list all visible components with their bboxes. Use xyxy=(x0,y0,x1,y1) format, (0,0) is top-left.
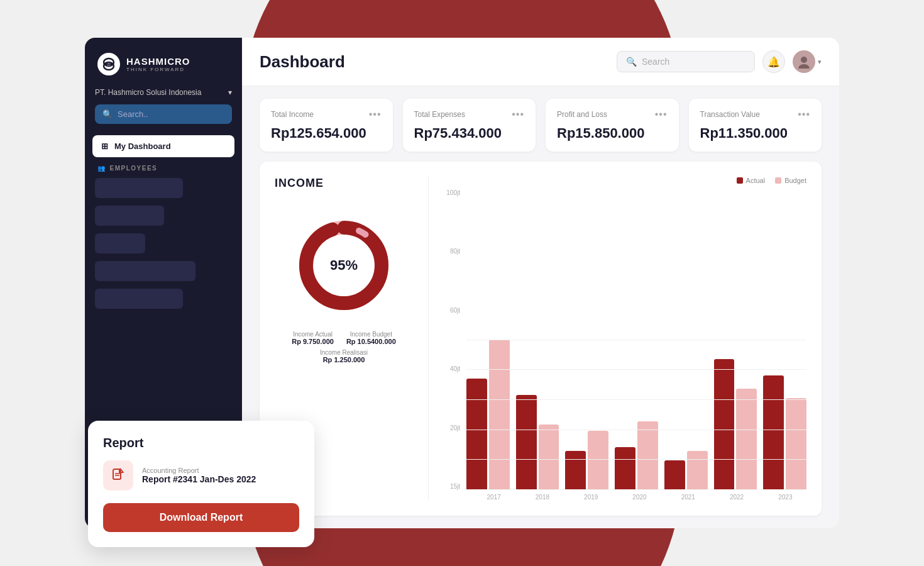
stat-income-value: Rp125.654.000 xyxy=(271,125,382,142)
stat-transaction-label: Transaction Value xyxy=(700,110,760,119)
legend-budget: Budget xyxy=(775,177,806,184)
bar-chart-legend: Actual Budget xyxy=(444,177,806,184)
sidebar-search-input[interactable] xyxy=(118,109,224,119)
bar-group-2021 xyxy=(664,451,708,490)
report-card-title: Report xyxy=(103,436,299,450)
bar-chart-canvas: 100jt 80jt 60jt 40jt 20jt 15jt xyxy=(444,189,806,501)
budget-dot xyxy=(775,177,781,184)
bar-budget-2019 xyxy=(588,431,608,490)
stat-expenses-value: Rp75.434.000 xyxy=(414,125,525,142)
bar-budget-2018 xyxy=(539,425,559,490)
sidebar-search-box[interactable]: 🔍 xyxy=(95,104,232,124)
stat-card-income: Total Income ••• Rp125.654.000 xyxy=(260,99,393,152)
bell-icon: 🔔 xyxy=(767,56,780,68)
header-search-bar[interactable]: 🔍 xyxy=(617,51,755,72)
bar-group-2019 xyxy=(565,431,608,490)
bar-actual-2019 xyxy=(565,451,586,490)
stat-profit-value: Rp15.850.000 xyxy=(557,125,668,142)
y-label-1: 80jt xyxy=(450,248,460,255)
stat-card-profit: Profit and Loss ••• Rp15.850.000 xyxy=(546,99,679,152)
sidebar-item-bar-5[interactable] xyxy=(95,289,183,309)
y-label-0: 100jt xyxy=(446,189,460,196)
bar-actual-2020 xyxy=(615,447,635,490)
stats-row: Total Income ••• Rp125.654.000 Total Exp… xyxy=(242,86,839,162)
x-axis: 2017201820192020202120222023 xyxy=(444,494,806,501)
x-label-2017: 2017 xyxy=(473,494,515,501)
employees-section-label: EMPLOYEES xyxy=(110,165,158,172)
svg-marker-11 xyxy=(121,469,123,472)
chart-divider xyxy=(428,177,429,501)
header: Dashboard 🔍 🔔 ▾ xyxy=(242,38,839,86)
report-info: Accounting Report Report #2341 Jan-Des 2… xyxy=(142,467,256,484)
stat-expenses-menu[interactable]: ••• xyxy=(512,109,524,120)
search-icon: 🔍 xyxy=(626,57,637,67)
donut-legend-row1: Income Actual Rp 9.750.000 Income Budget… xyxy=(292,331,396,345)
x-label-2022: 2022 xyxy=(715,494,757,501)
x-label-2021: 2021 xyxy=(667,494,709,501)
company-selector[interactable]: PT. Hashmicro Solusi Indonesia ▾ xyxy=(95,88,232,97)
dropdown-chevron-icon: ▾ xyxy=(228,88,232,97)
sidebar-item-bar-2[interactable] xyxy=(95,206,164,226)
avatar[interactable] xyxy=(793,50,815,73)
bar-actual-2021 xyxy=(664,460,685,490)
stat-transaction-value: Rp11.350.000 xyxy=(700,125,811,142)
legend-realisasi-value: Rp 1.250.000 xyxy=(320,356,368,363)
stat-income-menu[interactable]: ••• xyxy=(369,109,382,120)
x-label-2020: 2020 xyxy=(619,494,661,501)
x-label-2018: 2018 xyxy=(521,494,563,501)
legend-income-budget: Income Budget Rp 10.5400.000 xyxy=(346,331,396,345)
donut-percent-text: 95% xyxy=(330,257,358,274)
logo-main-text: HASHMICRO xyxy=(126,56,190,67)
report-name: Report #2341 Jan-Des 2022 xyxy=(142,474,256,484)
legend-realisasi-label: Income Realisasi xyxy=(320,349,368,356)
y-axis: 100jt 80jt 60jt 40jt 20jt 15jt xyxy=(444,189,466,490)
sidebar-item-bar-3[interactable] xyxy=(95,233,145,253)
legend-income-actual: Income Actual Rp 9.750.000 xyxy=(292,331,334,345)
stat-profit-menu[interactable]: ••• xyxy=(655,109,668,120)
donut-legend: Income Actual Rp 9.750.000 Income Budget… xyxy=(275,331,413,363)
report-file-icon xyxy=(103,460,133,491)
bar-budget-2020 xyxy=(637,421,658,490)
page-title: Dashboard xyxy=(260,52,345,72)
logo-icon xyxy=(97,53,120,75)
logo-sub-text: THINK FORWARD xyxy=(126,67,190,72)
svg-point-3 xyxy=(801,57,807,63)
y-label-3: 40jt xyxy=(450,365,460,372)
income-chart-title: INCOME xyxy=(275,177,413,190)
legend-budget-value: Rp 10.5400.000 xyxy=(346,338,396,345)
bar-budget-2021 xyxy=(687,451,708,490)
sidebar-item-dashboard[interactable]: ⊞ My Dashboard xyxy=(92,135,234,157)
svg-point-4 xyxy=(798,64,810,69)
bars-container xyxy=(466,340,806,490)
download-report-button[interactable]: Download Report xyxy=(103,503,299,532)
stat-card-transaction: Transaction Value ••• Rp11.350.000 xyxy=(689,99,822,152)
search-input[interactable] xyxy=(642,57,745,67)
bar-budget-2017 xyxy=(489,340,510,490)
sidebar-item-bar-1[interactable] xyxy=(95,178,183,198)
bar-chart-area: 100jt 80jt 60jt 40jt 20jt 15jt xyxy=(444,189,806,490)
actual-dot xyxy=(737,177,743,184)
y-label-4: 20jt xyxy=(450,425,460,431)
sidebar-item-bar-4[interactable] xyxy=(95,261,195,281)
stat-transaction-menu[interactable]: ••• xyxy=(798,109,810,120)
budget-legend-label: Budget xyxy=(784,177,806,184)
bar-group-2023 xyxy=(763,375,806,490)
bar-chart-section: Actual Budget 100jt 80jt 60jt xyxy=(444,177,806,501)
user-avatar-dropdown[interactable]: ▾ xyxy=(793,50,822,73)
sidebar-section-employees: 👥 EMPLOYEES xyxy=(85,158,242,175)
bar-group-2022 xyxy=(714,359,757,490)
company-name: PT. Hashmicro Solusi Indonesia xyxy=(95,88,201,97)
notification-bell-button[interactable]: 🔔 xyxy=(762,50,785,73)
legend-budget-label: Income Budget xyxy=(346,331,396,338)
report-type-label: Accounting Report xyxy=(142,467,256,474)
sidebar-item-dashboard-label: My Dashboard xyxy=(114,142,171,151)
legend-actual-value: Rp 9.750.000 xyxy=(292,338,334,345)
y-label-2: 60jt xyxy=(450,307,460,314)
bar-budget-2022 xyxy=(736,389,757,490)
stat-card-expenses: Total Expenses ••• Rp75.434.000 xyxy=(403,99,536,152)
donut-chart: 95% xyxy=(294,215,394,316)
avatar-chevron-icon: ▾ xyxy=(818,58,822,66)
bar-actual-2022 xyxy=(714,359,735,490)
stat-expenses-label: Total Expenses xyxy=(414,110,465,119)
sidebar-logo: HASHMICRO THINK FORWARD xyxy=(85,38,242,86)
